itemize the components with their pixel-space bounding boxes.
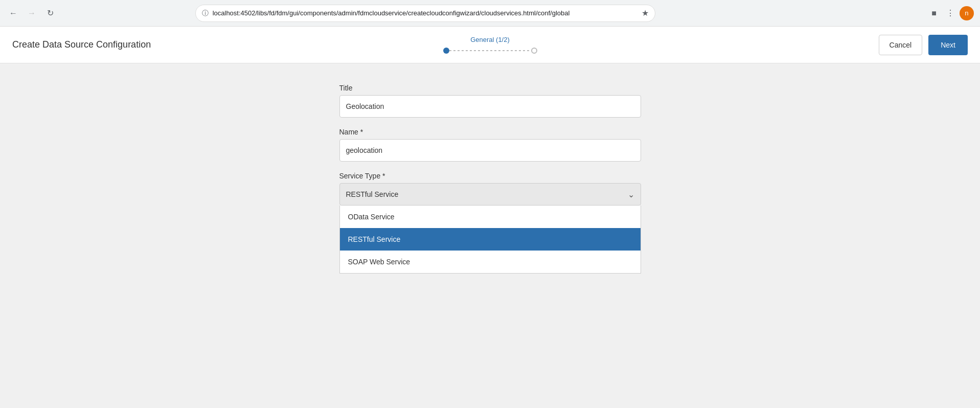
url-text: localhost:4502/libs/fd/fdm/gui/component… [213, 9, 637, 17]
page-title: Create Data Source Configuration [12, 39, 151, 50]
name-input[interactable] [339, 139, 641, 162]
title-form-group: Title [339, 84, 641, 118]
service-type-dropdown[interactable]: RESTful Service ⌄ [339, 183, 641, 206]
address-bar[interactable]: ⓘ localhost:4502/libs/fd/fdm/gui/compone… [195, 5, 655, 22]
wizard-line [449, 50, 531, 51]
user-avatar[interactable]: n [960, 6, 974, 20]
wizard-dot-2 [531, 48, 537, 54]
back-button[interactable]: ← [6, 6, 20, 20]
wizard-dot-1 [443, 48, 449, 54]
info-icon: ⓘ [202, 9, 209, 18]
service-type-selected-value: RESTful Service [346, 190, 399, 198]
form-container: Title Name * Service Type * RESTful Serv… [339, 84, 641, 388]
main-content: Title Name * Service Type * RESTful Serv… [0, 63, 980, 408]
service-type-dropdown-menu: OData Service RESTful Service SOAP Web S… [339, 206, 641, 274]
restful-label: RESTful Service [348, 235, 401, 243]
dropdown-item-restful[interactable]: RESTful Service [340, 228, 641, 251]
name-label: Name * [339, 128, 641, 136]
menu-button[interactable]: ⋮ [943, 6, 958, 20]
app-header: Create Data Source Configuration General… [0, 27, 980, 63]
title-label: Title [339, 84, 641, 92]
service-type-dropdown-wrapper: RESTful Service ⌄ OData Service RESTful … [339, 183, 641, 206]
next-button[interactable]: Next [928, 35, 968, 55]
wizard-step-label: General (1/2) [470, 36, 510, 43]
reload-button[interactable]: ↻ [43, 6, 57, 20]
dropdown-item-odata[interactable]: OData Service [340, 206, 641, 228]
chevron-down-icon: ⌄ [628, 190, 634, 199]
name-form-group: Name * [339, 128, 641, 162]
forward-button[interactable]: → [25, 6, 39, 20]
wizard-track [443, 48, 537, 54]
bookmark-icon: ★ [642, 8, 649, 18]
dropdown-item-soap[interactable]: SOAP Web Service [340, 251, 641, 273]
service-type-form-group: Service Type * RESTful Service ⌄ OData S… [339, 172, 641, 206]
extensions-button[interactable]: ■ [927, 6, 941, 20]
odata-label: OData Service [348, 213, 395, 221]
cancel-button[interactable]: Cancel [879, 35, 923, 55]
soap-label: SOAP Web Service [348, 258, 411, 266]
header-actions: Cancel Next [879, 35, 968, 55]
service-type-label: Service Type * [339, 172, 641, 180]
wizard-progress: General (1/2) [443, 36, 537, 54]
browser-chrome: ← → ↻ ⓘ localhost:4502/libs/fd/fdm/gui/c… [0, 0, 980, 27]
browser-right-icons: ■ ⋮ n [927, 6, 974, 20]
title-input[interactable] [339, 95, 641, 118]
